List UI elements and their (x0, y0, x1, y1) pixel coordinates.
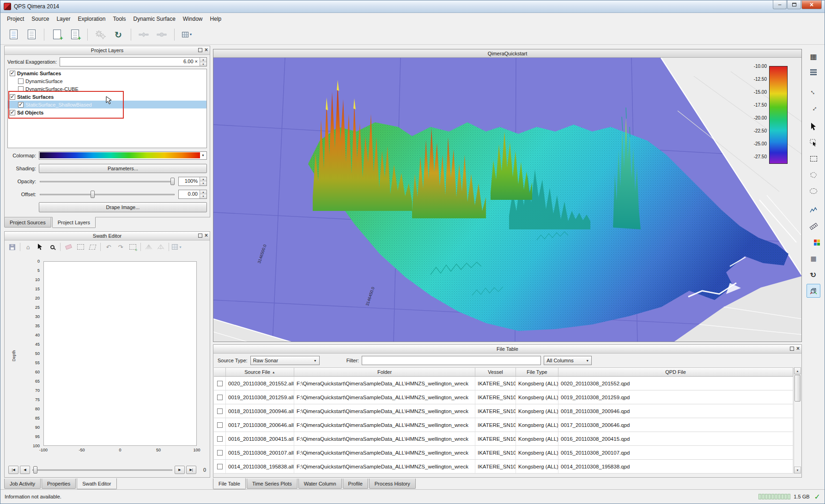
header-source-file[interactable]: Source File▲ (226, 368, 294, 376)
replay-tool-button[interactable] (135, 27, 152, 42)
menu-item[interactable]: Exploration (74, 14, 109, 24)
reject-soundings-button[interactable] (63, 241, 74, 252)
tree-item-dynamicsurface-cube[interactable]: DynamicSurface-CUBE (8, 85, 206, 93)
file-row[interactable]: 0014_20110308_195838.all F:\QimeraQuicks… (214, 460, 793, 474)
slider-handle[interactable] (91, 191, 95, 198)
add-raw-sonar-files-button[interactable]: + (49, 27, 65, 42)
close-dock-icon[interactable]: × (205, 48, 208, 52)
file-row[interactable]: 0018_20110308_200946.all F:\QimeraQuicks… (214, 404, 793, 418)
file-row[interactable]: 0015_20110308_200107.all F:\QimeraQuicks… (214, 446, 793, 460)
source-type-select[interactable]: Raw Sonar▼ (250, 356, 320, 365)
spin-down-icon[interactable]: ▼ (200, 194, 206, 198)
zoom-extents-button[interactable]: ↔ (807, 84, 820, 98)
3d-viewport[interactable]: QimeraQuickstart (213, 49, 802, 342)
menu-item[interactable]: Layer (53, 14, 74, 24)
redo-button[interactable]: ↷ (115, 241, 126, 252)
beam-display-2-button[interactable] (155, 241, 166, 252)
offset-spinbox[interactable]: 0.00 ▲▼ (178, 190, 207, 199)
header-folder[interactable]: Folder (294, 368, 475, 376)
new-project-button[interactable] (5, 27, 22, 42)
display-options-button[interactable]: ▼ (171, 241, 182, 252)
tab-process-history[interactable]: Process History (369, 479, 416, 489)
refresh-button[interactable]: ↻ (110, 27, 127, 42)
spin-up-icon[interactable]: ▲ (200, 190, 206, 195)
menu-item[interactable]: Source (28, 14, 53, 24)
scroll-up-icon[interactable]: ▲ (794, 367, 801, 374)
drape-image-button[interactable]: Drape Image... (39, 202, 207, 212)
slider-handle[interactable] (33, 466, 37, 474)
layer-checkbox[interactable] (10, 110, 15, 115)
select-ellipse-button[interactable] (807, 184, 820, 198)
row-checkbox[interactable] (217, 422, 223, 428)
header-file-type[interactable]: File Type (516, 368, 558, 376)
opacity-spinbox[interactable]: 100% ▲▼ (178, 177, 207, 186)
first-ping-button[interactable]: |◀ (8, 466, 18, 474)
layer-tree[interactable]: Dynamic Surfaces DynamicSurface DynamicS… (7, 69, 207, 148)
row-checkbox[interactable] (217, 450, 223, 456)
file-row[interactable]: 0020_20110308_201552.all F:\QimeraQuicks… (214, 377, 793, 390)
grid-export-button[interactable]: ▼ (179, 27, 195, 42)
view-3d-button[interactable] (807, 284, 820, 298)
tree-item-dynamic-surfaces[interactable]: Dynamic Surfaces (8, 69, 206, 77)
menu-item[interactable]: Tools (109, 14, 129, 24)
table-scrollbar[interactable]: ▲ ▼ (794, 367, 801, 474)
select-rectangle-button[interactable] (807, 152, 820, 166)
scrollbar-thumb[interactable] (795, 375, 801, 402)
tree-item-sd-objects[interactable]: Sd Objects (8, 108, 206, 116)
minimize-button[interactable]: – (773, 0, 787, 9)
file-row[interactable]: 0017_20110308_200646.all F:\QimeraQuicks… (214, 418, 793, 432)
slider-handle[interactable] (170, 178, 175, 185)
mesh-toggle-button[interactable]: ▦ (807, 252, 820, 265)
color-settings-button[interactable] (807, 235, 820, 249)
orbit-view-button[interactable]: ↻ (807, 268, 820, 282)
tab-file-table[interactable]: File Table (213, 478, 246, 489)
columns-select[interactable]: All Columns▼ (544, 356, 592, 365)
home-view-button[interactable]: ⌂ (23, 241, 34, 252)
tab-swath-editor[interactable]: Swath Editor (77, 478, 116, 489)
add-processed-files-button[interactable]: + (67, 27, 83, 42)
tab-job-activity[interactable]: Job Activity (4, 479, 41, 489)
3d-scene[interactable] (213, 58, 801, 342)
file-table-title[interactable]: File Table × (213, 345, 801, 354)
file-row[interactable]: 0016_20110308_200415.all F:\QimeraQuicks… (214, 432, 793, 446)
accept-soundings-button[interactable] (127, 241, 138, 252)
select-cursor-button[interactable] (807, 120, 820, 133)
filter-input[interactable] (362, 356, 541, 365)
row-checkbox[interactable] (217, 381, 223, 386)
header-qpd-file[interactable]: QPD File (558, 368, 793, 376)
last-ping-button[interactable]: ▶| (186, 466, 196, 474)
file-row[interactable]: 0019_20110308_201259.all F:\QimeraQuicks… (214, 390, 793, 404)
processing-settings-button[interactable] (92, 27, 109, 42)
layer-checkbox[interactable] (18, 78, 24, 84)
grid-view-button[interactable]: ▦ (807, 49, 820, 63)
tab-project-layers[interactable]: Project Layers (52, 217, 96, 228)
float-dock-icon[interactable] (198, 48, 202, 52)
layer-checkbox[interactable] (10, 71, 15, 76)
spin-up-icon[interactable]: ▲ (200, 58, 206, 62)
row-checkbox[interactable] (217, 408, 223, 414)
float-dock-icon[interactable] (790, 347, 794, 351)
layer-checkbox[interactable] (18, 86, 24, 92)
menu-item[interactable]: Window (179, 14, 206, 24)
menu-item[interactable]: Dynamic Surface (129, 14, 179, 24)
open-project-button[interactable] (23, 27, 40, 42)
spin-down-icon[interactable]: ▼ (200, 62, 206, 66)
undo-button[interactable]: ↶ (103, 241, 114, 252)
window-titlebar[interactable]: QPS Qimera 2014 – × (0, 0, 825, 13)
ping-slider[interactable] (31, 466, 173, 474)
layer-checkbox[interactable] (18, 102, 24, 108)
menu-item[interactable]: Help (206, 14, 225, 24)
save-button[interactable] (6, 241, 18, 252)
close-dock-icon[interactable]: × (205, 233, 208, 238)
tab-properties[interactable]: Properties (42, 479, 76, 489)
close-dock-icon[interactable]: × (796, 346, 800, 351)
tree-item-dynamicsurface[interactable]: DynamicSurface (8, 77, 206, 85)
zoom-selection-button[interactable]: ↔ (807, 101, 820, 114)
tab-time-series-plots[interactable]: Time Series Plots (247, 479, 297, 489)
measure-tool-button[interactable] (807, 219, 820, 233)
scroll-down-icon[interactable]: ▼ (794, 467, 801, 474)
zoom-button[interactable] (47, 241, 58, 252)
maximize-button[interactable] (787, 0, 801, 9)
tab-water-column[interactable]: Water Column (298, 479, 342, 489)
swath-plot-area[interactable]: Depth 0510152025303540455055606570758085… (7, 256, 207, 455)
